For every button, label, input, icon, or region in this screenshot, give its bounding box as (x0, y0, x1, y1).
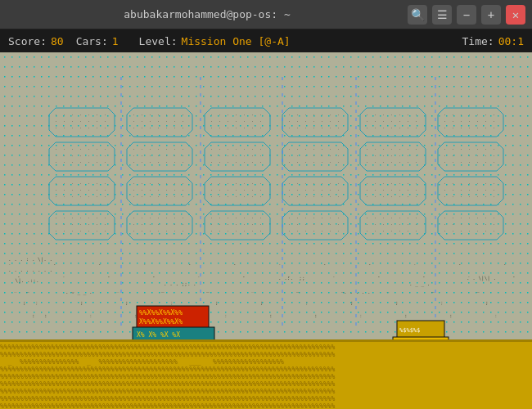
titlebar: abubakarmohammed@pop-os: ~ 🔍 ☰ − + ✕ (0, 0, 532, 29)
time-label: Time: (462, 35, 494, 47)
level-value: Mission One [@-A] (182, 35, 291, 47)
menu-icon[interactable]: ☰ (432, 5, 452, 25)
level-label: Level: (139, 35, 178, 47)
time-value: 00:1 (498, 35, 524, 47)
ground: %%%%%%%%%%%%%%%%%%%%%%%%%%%%%%%%%%%%%%%%… (0, 339, 532, 409)
titlebar-right-icons[interactable]: 🔍 ☰ − + ✕ (408, 5, 525, 25)
maximize-icon[interactable]: + (481, 5, 501, 25)
cars-label: Cars: (76, 35, 108, 47)
minimize-icon[interactable]: − (457, 5, 476, 25)
close-icon[interactable]: ✕ (506, 5, 525, 25)
search-icon[interactable]: 🔍 (408, 5, 427, 25)
cars-value: 1 (112, 35, 119, 47)
game-area: Score: 80 Cars: 1 Level: Mission One [@-… (0, 29, 532, 409)
score-label: Score: (8, 35, 47, 47)
score-value: 80 (51, 35, 64, 47)
titlebar-title: abubakarmohammed@pop-os: ~ (7, 8, 408, 20)
hud-bar: Score: 80 Cars: 1 Level: Mission One [@-… (0, 29, 532, 52)
